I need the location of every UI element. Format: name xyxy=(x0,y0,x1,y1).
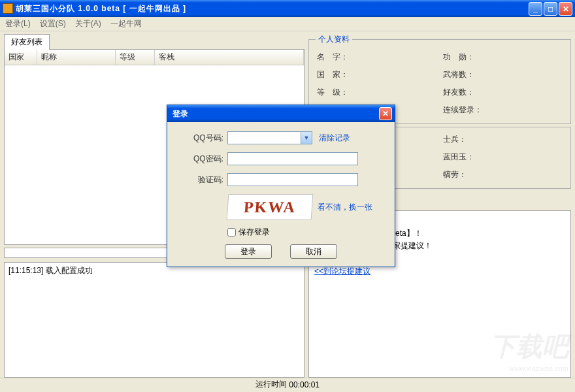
chevron-down-icon[interactable]: ▼ xyxy=(301,132,312,144)
label-generals: 武将数： xyxy=(443,69,563,80)
label-friends: 好友数： xyxy=(443,87,563,98)
refresh-captcha-link[interactable]: 看不清，换一张 xyxy=(318,202,372,213)
qq-number-combo[interactable]: ▼ xyxy=(227,131,312,144)
dialog-body: QQ号码: ▼ 清除记录 QQ密码: 验证码: PKWA 看不清，换一张 保存登… xyxy=(167,122,395,267)
captcha-image: PKWA xyxy=(227,194,314,220)
forum-link[interactable]: <<到论坛提建议 xyxy=(314,267,370,276)
col-country[interactable]: 国家 xyxy=(5,50,37,65)
qq-password-label: QQ密码: xyxy=(178,154,223,165)
dialog-titlebar[interactable]: 登录 ✕ xyxy=(167,105,395,122)
label-merit: 功 勋： xyxy=(443,52,563,63)
cancel-button[interactable]: 取消 xyxy=(290,244,337,259)
label-name: 名 字： xyxy=(317,52,436,63)
qq-password-input[interactable] xyxy=(227,152,358,165)
maximize-button[interactable]: □ xyxy=(544,2,557,16)
save-login-label: 保存登录 xyxy=(238,227,270,238)
log-panel[interactable]: [11:15:13] 载入配置成功 xyxy=(4,262,304,378)
menu-site[interactable]: 一起牛网 xyxy=(110,18,142,29)
label-level: 等 级： xyxy=(317,87,436,98)
friends-grid-header: 国家 昵称 等级 客栈 xyxy=(5,50,304,65)
captcha-input[interactable] xyxy=(227,173,358,186)
stat-gaolao: 犒劳： xyxy=(443,169,563,180)
qq-number-input[interactable] xyxy=(227,131,312,144)
captcha-label: 验证码: xyxy=(178,174,223,186)
label-country: 国 家： xyxy=(317,69,436,80)
close-button[interactable]: ✕ xyxy=(559,2,572,16)
runtime-value: 00:00:01 xyxy=(289,380,320,389)
runtime-label: 运行时间 xyxy=(255,379,287,390)
app-icon xyxy=(3,3,13,14)
stat-lantian: 蓝田玉： xyxy=(443,152,563,163)
minimize-button[interactable]: _ xyxy=(529,2,542,16)
col-inn[interactable]: 客栈 xyxy=(155,50,304,65)
menu-login[interactable]: 登录(L) xyxy=(5,18,31,29)
col-nick[interactable]: 昵称 xyxy=(37,50,116,65)
window-controls: _ □ ✕ xyxy=(529,2,572,16)
dialog-close-button[interactable]: ✕ xyxy=(379,107,392,120)
statusbar: 运行时间 00:00:01 xyxy=(0,378,575,391)
login-dialog: 登录 ✕ QQ号码: ▼ 清除记录 QQ密码: 验证码: PKWA 看不清，换一… xyxy=(167,105,395,267)
window-title: 胡莱三国小分队 1.0.0 beta [ 一起牛网出品 ] xyxy=(16,3,186,14)
menu-settings[interactable]: 设置(S) xyxy=(40,18,66,29)
profile-legend: 个人资料 xyxy=(316,34,352,45)
dialog-title: 登录 xyxy=(172,108,188,120)
col-level[interactable]: 等级 xyxy=(116,50,155,65)
save-login-checkbox[interactable] xyxy=(227,228,236,237)
menubar: 登录(L) 设置(S) 关于(A) 一起牛网 xyxy=(0,17,575,31)
login-button[interactable]: 登录 xyxy=(225,244,272,259)
label-consec: 连续登录： xyxy=(443,105,563,116)
stat-soldiers: 士兵： xyxy=(443,134,563,145)
menu-about[interactable]: 关于(A) xyxy=(75,18,101,29)
clear-history-link[interactable]: 清除记录 xyxy=(319,133,350,144)
tab-friends[interactable]: 好友列表 xyxy=(4,34,50,50)
window-titlebar: 胡莱三国小分队 1.0.0 beta [ 一起牛网出品 ] _ □ ✕ xyxy=(0,0,575,17)
qq-number-label: QQ号码: xyxy=(178,133,223,144)
